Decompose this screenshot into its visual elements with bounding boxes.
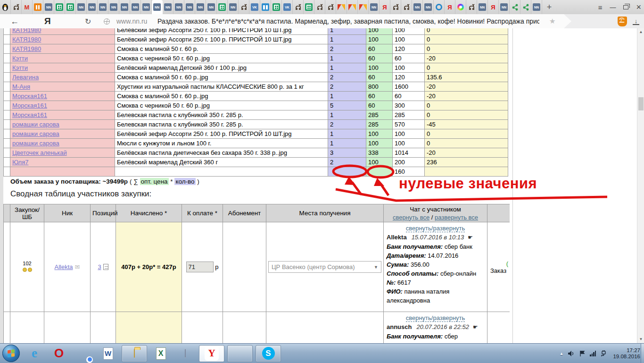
browser-tab[interactable] — [217, 0, 228, 14]
scrollbar-thumb[interactable] — [638, 97, 644, 110]
browser-tab[interactable] — [347, 0, 358, 14]
browser-tab[interactable]: NN — [119, 0, 130, 14]
scroll-up-arrow-icon[interactable]: ▲ — [637, 28, 644, 36]
browser-tab[interactable]: NN — [477, 0, 488, 14]
browser-tab[interactable]: NN — [499, 0, 510, 14]
browser-tab[interactable]: NN — [163, 0, 173, 14]
url-text[interactable]: www.nn.ru — [116, 14, 147, 28]
excel-taskbar-button[interactable]: X — [150, 345, 172, 362]
buyer-nick-link[interactable]: М-Аня — [12, 83, 30, 90]
yandex-browser-logo-icon[interactable]: Я — [44, 14, 51, 28]
browser-tab[interactable]: NN — [130, 0, 141, 14]
browser-tab[interactable] — [271, 0, 282, 14]
yandex-browser-taskbar-button[interactable]: Y — [199, 345, 224, 362]
buyer-nick-link[interactable]: ромашки сарова — [12, 121, 59, 128]
buyer-nick-link[interactable]: ромашки сарова — [12, 140, 59, 147]
buyer-nick-link[interactable]: Морская161 — [12, 102, 47, 109]
buyer-nick-link[interactable]: Левагина — [12, 74, 39, 81]
pay-amount-input[interactable] — [186, 262, 214, 272]
chrome-taskbar-button[interactable] — [73, 345, 94, 362]
browser-tab[interactable] — [336, 0, 347, 14]
buyer-nick-link[interactable]: КАТЯ1980 — [12, 28, 41, 34]
browser-tab[interactable]: NN — [412, 0, 423, 14]
collapse-all-link[interactable]: свернуть все — [393, 214, 429, 221]
buyer-nick-link[interactable]: Морская161 — [12, 93, 47, 100]
buyer-nick-link[interactable]: Кэтти — [12, 55, 28, 62]
browser-tab[interactable] — [33, 0, 43, 14]
browser-tab[interactable]: NN — [76, 0, 87, 14]
network-signal-icon[interactable] — [590, 351, 596, 356]
browser-tab[interactable] — [455, 0, 466, 14]
envelope-icon[interactable]: ✉ — [75, 263, 80, 270]
browser-tab[interactable] — [358, 0, 369, 14]
menu-icon[interactable]: ≡ — [598, 3, 603, 11]
positions-count-link[interactable]: 3 — [98, 263, 101, 270]
browser-tab[interactable]: NN — [228, 0, 239, 14]
show-desktop-button[interactable] — [641, 344, 644, 363]
browser-tab[interactable]: NN — [423, 0, 434, 14]
chat-collapse-toggle-link[interactable]: свернуть/развернуть — [406, 314, 465, 322]
browser-tab[interactable]: NN — [98, 0, 108, 14]
volume-icon[interactable] — [568, 350, 575, 357]
browser-tab[interactable] — [520, 0, 531, 14]
pickup-location-select[interactable]: ЦР Васенко (центр Сормова) ▼ — [268, 261, 381, 273]
buyer-nick-link[interactable]: Морская161 — [12, 111, 47, 118]
word-taskbar-button[interactable]: W — [97, 345, 119, 362]
browser-tab[interactable] — [434, 0, 445, 14]
browser-tab[interactable]: NN — [87, 0, 98, 14]
remove-hardware-icon[interactable] — [600, 350, 607, 357]
buyer-nick-link[interactable]: КАТЯ1980 — [12, 45, 41, 52]
action-center-flag-icon[interactable] — [579, 350, 586, 357]
browser-tab[interactable]: NN — [43, 0, 54, 14]
back-icon[interactable]: ← — [10, 14, 19, 28]
browser-tab[interactable] — [401, 0, 412, 14]
participant-nick-link[interactable]: Allekta — [55, 263, 73, 270]
browser-tab[interactable]: M — [22, 0, 33, 14]
browser-tab[interactable]: NN — [184, 0, 195, 14]
start-button[interactable] — [2, 345, 20, 362]
browser-tab[interactable] — [293, 0, 304, 14]
minimize-icon[interactable]: — — [610, 4, 616, 11]
browser-tab[interactable]: NN — [369, 0, 380, 14]
opera-taskbar-button[interactable]: O — [48, 345, 70, 362]
browser-tab[interactable] — [314, 0, 325, 14]
ie-taskbar-button[interactable]: e — [24, 345, 45, 362]
browser-tab[interactable] — [239, 0, 249, 14]
firefox-taskbar-button[interactable] — [227, 345, 253, 362]
close-window-icon[interactable]: × — [636, 2, 641, 12]
browser-tab[interactable]: NN — [152, 0, 163, 14]
browser-tab[interactable]: NN — [108, 0, 119, 14]
browser-tab[interactable]: Я — [380, 0, 390, 14]
download-icon[interactable]: ↓ — [633, 14, 639, 28]
browser-tab[interactable]: NN — [531, 0, 542, 14]
buyer-nick-link[interactable]: Юля7 — [12, 159, 28, 166]
browser-tab[interactable] — [304, 0, 314, 14]
browser-tab[interactable] — [54, 0, 65, 14]
browser-tab[interactable] — [390, 0, 401, 14]
taskbar-clock[interactable]: 17:27 19.08.2016 — [613, 347, 640, 360]
browser-tab[interactable] — [510, 0, 520, 14]
skype-taskbar-button[interactable]: S — [256, 345, 281, 362]
browser-tab[interactable] — [325, 0, 336, 14]
explorer-taskbar-button[interactable] — [122, 345, 147, 362]
browser-tab[interactable]: Я — [445, 0, 455, 14]
browser-tab[interactable]: NN — [195, 0, 206, 14]
bookmark-star-icon[interactable]: ★ — [549, 14, 555, 28]
buyer-nick-link[interactable]: ромашки сарова — [12, 130, 59, 137]
browser-tab[interactable] — [260, 0, 271, 14]
page-scrollbar[interactable]: ▲ ▼ — [637, 28, 644, 343]
buyer-nick-link[interactable]: Цветочек аленькай — [12, 149, 67, 156]
browser-tab[interactable]: VK — [282, 0, 293, 14]
browser-tab[interactable] — [0, 0, 11, 14]
expand-all-link[interactable]: развернуть все — [435, 214, 478, 221]
adblock-extension-icon[interactable] — [618, 14, 627, 28]
buyer-nick-link[interactable]: Кэтти — [12, 64, 28, 71]
browser-tab[interactable]: NN — [206, 0, 217, 14]
scroll-down-arrow-icon[interactable]: ▼ — [637, 336, 644, 343]
chat-collapse-toggle-link[interactable]: свернуть/развернуть — [406, 225, 465, 232]
browser-tab[interactable] — [11, 0, 22, 14]
browser-tab[interactable]: Я — [488, 0, 499, 14]
restore-window-icon[interactable] — [623, 5, 628, 9]
document-icon[interactable] — [103, 264, 108, 270]
browser-tab[interactable]: VK — [249, 0, 260, 14]
